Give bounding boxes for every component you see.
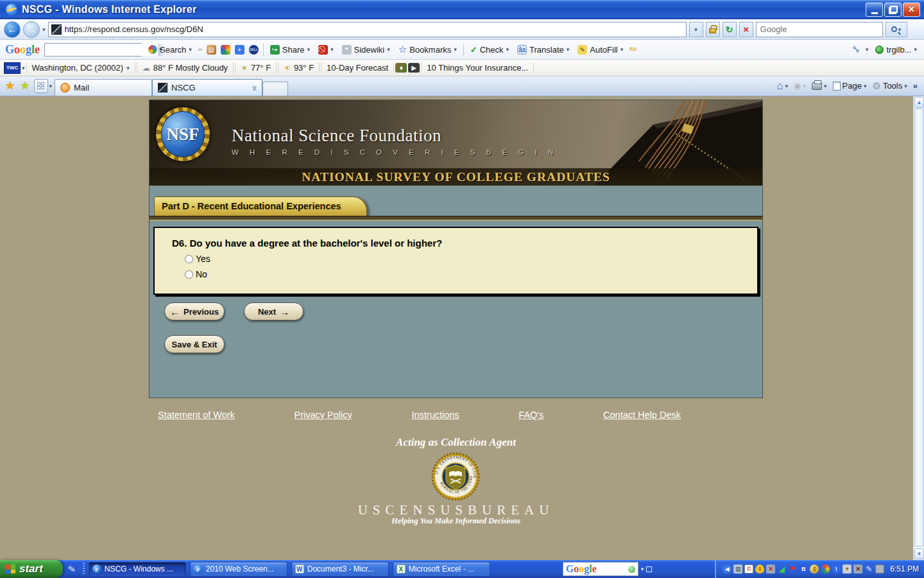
add-favorite-icon[interactable]: ★ (20, 79, 30, 92)
link-privacy-policy[interactable]: Privacy Policy (295, 410, 352, 420)
printer-icon (812, 82, 822, 90)
high-temp[interactable]: ☀ 93° F (278, 62, 320, 73)
scrollbar-thumb[interactable] (914, 109, 924, 547)
security-lock-button[interactable] (706, 22, 720, 37)
highlighter-icon[interactable]: ✎ (627, 42, 640, 57)
tray-hide-icons-icon[interactable]: ◀ (723, 565, 732, 574)
account-menu[interactable]: trgilb...▾ (873, 44, 919, 56)
back-button[interactable]: ← (4, 21, 21, 38)
quick-launch-pen-icon[interactable]: ✎ (67, 563, 76, 575)
close-button[interactable]: × (903, 3, 920, 17)
weather-map-icon[interactable]: ♦ (395, 63, 407, 73)
blocked-popup-button[interactable]: ⃠ ▾ (316, 44, 336, 56)
sidewiki-button[interactable]: ❝ Sidewiki▾ (340, 44, 392, 56)
scroll-down-button[interactable]: ▼ (914, 548, 924, 559)
tab-nscg[interactable]: NSCG x (152, 79, 262, 96)
restore-button[interactable] (884, 3, 902, 17)
google-deskbar[interactable]: Google ▾ (563, 562, 653, 576)
video-camera-icon[interactable]: ▶ (408, 63, 420, 73)
link-contact-help-desk[interactable]: Contact Help Desk (603, 410, 681, 420)
next-button[interactable]: Next → (244, 302, 304, 320)
low-temp[interactable]: ☀ 77° F (235, 62, 277, 73)
scroll-up-button[interactable]: ▲ (914, 97, 924, 108)
tray-flag-icon[interactable]: ⚑ (788, 565, 797, 574)
address-dropdown-button[interactable]: ▾ (689, 22, 703, 37)
search-go-button[interactable]: ▾ (886, 22, 907, 37)
forward-button[interactable]: → (23, 21, 40, 38)
history-dropdown[interactable]: ▾ (42, 26, 46, 33)
autofill-button[interactable]: ✎ AutoFill▾ (576, 44, 625, 56)
current-conditions[interactable]: ☁ 88° F Mostly Cloudy (137, 62, 234, 73)
tray-remove-icon[interactable]: ✕ (853, 565, 862, 574)
feeds-button[interactable]: ◉▾ (794, 81, 806, 91)
tab-close-icon[interactable]: x (252, 83, 257, 92)
refresh-button[interactable]: ↻ (723, 22, 737, 37)
minimize-button[interactable] (866, 3, 883, 17)
radio-yes[interactable] (185, 255, 193, 263)
bookmarks-button[interactable]: ☆ Bookmarks▾ (397, 42, 459, 57)
swirl-icon[interactable] (221, 45, 230, 55)
tray-swirl-icon[interactable] (821, 565, 830, 574)
toolbar-chevron-icon[interactable]: » (913, 81, 918, 91)
browser-search-input[interactable] (760, 24, 878, 34)
news-headline-link[interactable]: 10 Things Your Insurance... (421, 62, 534, 73)
ten-day-forecast-link[interactable]: 10-Day Forecast (321, 62, 394, 73)
page-menu[interactable]: Page▾ (833, 81, 867, 91)
news-icon[interactable]: ▤ (207, 45, 216, 55)
favorites-star-icon[interactable]: ★ (5, 79, 15, 92)
close-icon: × (909, 4, 914, 15)
stop-button[interactable]: × (739, 22, 753, 37)
tray-network-error-icon[interactable]: ✕ (766, 565, 775, 574)
site-favicon (51, 24, 62, 35)
spellcheck-button[interactable]: ✓ Check▾ (468, 44, 511, 56)
tab-mail[interactable]: Mail (55, 79, 152, 96)
tray-monitor-icon[interactable] (875, 565, 884, 574)
previous-button[interactable]: ← Previous (164, 302, 225, 320)
tray-security-shield-icon[interactable]: ! (755, 565, 764, 574)
quick-tabs-button[interactable] (34, 79, 48, 93)
add-gadget-icon[interactable]: + (235, 45, 244, 55)
tray-display-icon[interactable]: ▥ (733, 565, 742, 574)
google-toolbar-search-input[interactable] (45, 44, 158, 56)
tab-list-dropdown[interactable]: ▾ (49, 83, 53, 89)
tray-coins-icon[interactable]: $ (810, 565, 819, 574)
toolbar-settings-wrench-icon[interactable]: 🔧︎ (851, 44, 860, 55)
link-instructions[interactable]: Instructions (411, 410, 459, 420)
vertical-scrollbar[interactable]: ▲ ▼ (913, 96, 924, 560)
start-button[interactable]: start (0, 560, 63, 578)
save-exit-button[interactable]: Save & Exit (164, 335, 225, 353)
google-search-button[interactable]: Search ▾ (146, 44, 194, 56)
twc-menu-dropdown[interactable]: ▾ (22, 65, 25, 71)
taskbar-task-excel[interactable]: X Microsoft Excel - ... (393, 562, 490, 577)
tray-alert-icon[interactable]: ! (832, 565, 841, 574)
translate-button[interactable]: âa Translate▾ (515, 44, 571, 56)
deskbar-restore-icon[interactable] (646, 566, 652, 572)
home-button[interactable]: ⌂▾ (776, 80, 788, 92)
taskbar-task-web-screen[interactable]: e 2010 Web Screen... (190, 562, 287, 577)
radio-no[interactable] (185, 270, 193, 279)
deskbar-dropdown-icon[interactable]: ▾ (641, 566, 644, 572)
tray-bluetooth-icon[interactable]: B (799, 565, 808, 574)
dell-icon[interactable]: DELL (249, 45, 259, 55)
print-button[interactable]: ▾ (812, 82, 827, 90)
tray-mouse-icon[interactable]: ✦ (843, 565, 851, 574)
link-faqs[interactable]: FAQ's (518, 410, 543, 420)
toolbar-overflow-icon[interactable]: ‹› (198, 46, 202, 53)
taskbar-task-word[interactable]: W Document3 - Micr... (291, 562, 389, 577)
taskbar-task-nscg[interactable]: e NSCG - Windows ... (89, 562, 186, 577)
browser-search-box[interactable] (756, 22, 883, 37)
new-tab-stub[interactable] (262, 82, 288, 96)
weather-location-select[interactable]: Washington, DC (20002)▾ (26, 62, 135, 73)
share-button[interactable]: ↪ Share▾ (268, 44, 312, 56)
tray-signal-bars-icon[interactable]: ◢ (777, 565, 786, 574)
twc-logo-icon[interactable]: TWC (4, 62, 21, 74)
link-statement-of-work[interactable]: Statement of Work (158, 410, 235, 420)
google-ball-icon (148, 45, 157, 54)
tools-menu[interactable]: ⚙ Tools▾ (872, 80, 907, 92)
tray-copyright-icon[interactable]: © (744, 565, 753, 574)
url-input[interactable] (65, 24, 683, 34)
google-toolbar-search-box[interactable]: ▾ (44, 43, 142, 57)
deskbar-search-box[interactable]: Google (563, 562, 638, 576)
tray-pen-icon[interactable]: ✎ (864, 565, 873, 574)
address-bar[interactable] (48, 22, 687, 37)
